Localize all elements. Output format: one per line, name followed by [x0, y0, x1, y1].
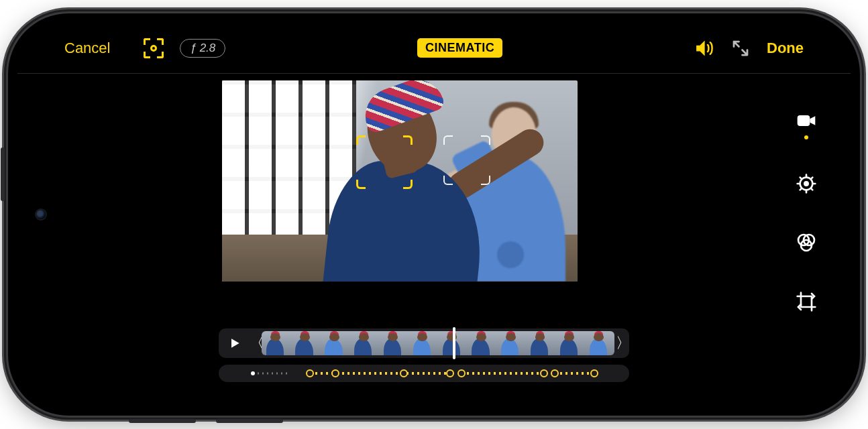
thumbnail-strip[interactable] — [262, 331, 614, 355]
timeline-thumbnail[interactable] — [468, 331, 497, 355]
playhead[interactable] — [453, 327, 455, 359]
timeline-thumbnail[interactable] — [321, 331, 350, 355]
timeline-thumbnail[interactable] — [555, 331, 585, 355]
focus-keyframe[interactable] — [590, 369, 598, 377]
depth-focus-icon[interactable] — [144, 38, 164, 58]
screen: Cancel ƒ 2.8 CINEMATIC — [17, 23, 851, 406]
video-preview[interactable] — [222, 80, 578, 282]
focus-track-start-icon — [251, 371, 255, 375]
focus-segment[interactable] — [555, 372, 594, 375]
iphone-device-frame: Cancel ƒ 2.8 CINEMATIC — [8, 13, 860, 416]
front-camera-dot — [36, 210, 46, 219]
play-button[interactable] — [221, 336, 248, 350]
tool-crop[interactable] — [794, 287, 818, 316]
tool-adjust[interactable] — [794, 169, 818, 198]
svg-rect-0 — [798, 115, 810, 126]
fullscreen-icon[interactable] — [730, 38, 751, 58]
aperture-button[interactable]: ƒ 2.8 — [180, 39, 225, 58]
focus-track[interactable] — [219, 365, 629, 382]
focus-keyframe[interactable] — [446, 369, 454, 377]
tool-filters[interactable] — [794, 228, 818, 257]
preview-area — [56, 80, 743, 319]
timeline-thumbnail[interactable] — [291, 331, 321, 355]
focus-keyframe[interactable] — [306, 369, 314, 377]
timeline-thumbnail[interactable] — [409, 331, 438, 355]
focus-keyframe[interactable] — [551, 369, 559, 377]
timeline-thumbnail[interactable] — [379, 331, 409, 355]
clip-scrubber[interactable]: 〈 〉 — [219, 328, 629, 358]
cancel-button[interactable]: Cancel — [64, 40, 110, 57]
subject-foreground-person — [303, 80, 490, 282]
timeline-thumbnail[interactable] — [526, 331, 555, 355]
aperture-value: ƒ 2.8 — [190, 42, 215, 55]
trim-handle-right-icon[interactable]: 〉 — [616, 333, 627, 353]
editor-topbar: Cancel ƒ 2.8 CINEMATIC — [17, 23, 851, 74]
focus-keyframe[interactable] — [457, 369, 466, 377]
done-button[interactable]: Done — [767, 40, 804, 57]
timeline: 〈 〉 — [219, 328, 629, 382]
selected-dot-icon — [804, 135, 808, 139]
trim-handle-left-icon[interactable]: 〈 — [250, 333, 260, 353]
focus-segment[interactable] — [462, 372, 544, 375]
tool-video[interactable] — [794, 110, 818, 139]
focus-keyframe[interactable] — [400, 369, 408, 377]
focus-keyframe[interactable] — [331, 369, 339, 377]
focus-keyframe[interactable] — [540, 369, 548, 377]
audio-toggle-icon[interactable] — [694, 38, 714, 58]
edit-mode-strip — [794, 110, 818, 366]
timeline-thumbnail[interactable] — [349, 331, 379, 355]
timeline-thumbnail[interactable] — [262, 331, 291, 355]
svg-point-2 — [804, 182, 808, 185]
timeline-thumbnail[interactable] — [585, 331, 614, 355]
timeline-thumbnail[interactable] — [497, 331, 527, 355]
mode-badge-cinematic[interactable]: CINEMATIC — [417, 38, 502, 58]
